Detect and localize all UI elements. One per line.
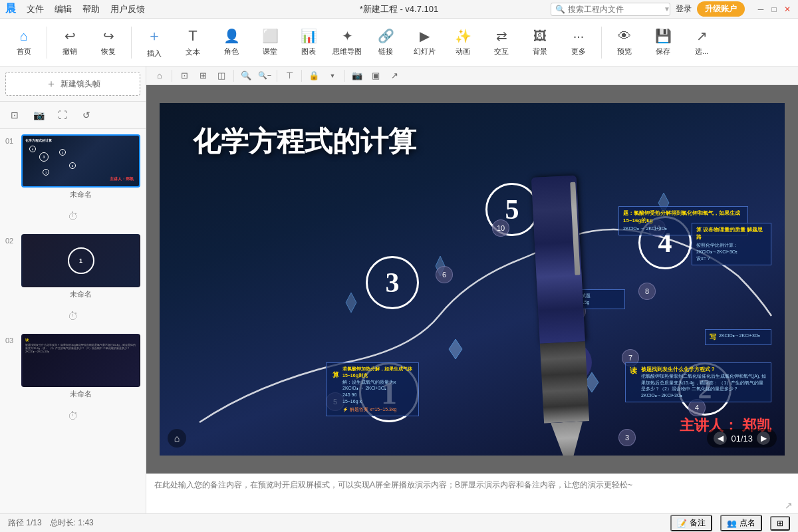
more-status-button[interactable]: ⊞ [770,516,790,531]
close-button[interactable]: ✕ [782,4,793,15]
toolbar-character-label: 角色 [224,47,239,57]
thumb-circle-3: 3 [39,152,49,162]
toolbar-text[interactable]: T 文本 [174,21,211,64]
upgrade-button[interactable]: 升级账户 [697,1,745,17]
toolbar-save[interactable]: 💾 保存 [644,21,682,64]
canvas-sep-1 [172,70,172,82]
slide-page-display: 01/13 [731,434,753,444]
chart-icon: 📊 [301,28,317,44]
login-button[interactable]: 登录 [676,3,692,15]
toolbar-preview[interactable]: 👁 预览 [606,21,643,64]
toolbar-background[interactable]: 🖼 背景 [521,21,559,64]
toolbar-mindmap[interactable]: ✦ 思维导图 [329,21,366,64]
left-calc-label: 算 [331,366,340,413]
menu-help[interactable]: 帮助 [82,3,100,15]
slide-prev-button[interactable]: ◀ [714,432,727,445]
divider-icon-02: ⏱ [68,311,78,323]
toolbar-save-label: 保存 [656,47,670,57]
canvas-export-btn[interactable]: ↗ [386,68,402,84]
thumb-circle-4: 4 [29,146,36,152]
toolbar-home[interactable]: ⌂ 首页 [5,21,43,64]
toolbar-preview-label: 预览 [617,47,632,57]
toolbar-sep-2 [131,27,132,59]
redo-icon: ↪ [103,28,114,44]
toolbar-classroom-label: 课堂 [263,47,277,57]
attendance-button[interactable]: 👥 点名 [720,515,762,531]
toolbar-insert[interactable]: ＋ 插入 [136,21,173,64]
search-box[interactable]: 🔍 ▼ [551,3,670,16]
app-title: *新建工程 - v4.7.101 [360,3,439,15]
sidebar: ＋ 新建镜头帧 ⊡ 📷 ⛶ ↺ 01 化学方程式的计算 3 [0,66,146,513]
search-input[interactable] [568,5,661,14]
copy-frame-button[interactable]: ⊡ [5,106,24,124]
canvas-align-btn[interactable]: ⊤ [281,68,297,84]
menu-edit[interactable]: 编辑 [55,3,72,15]
read-question: 被题找到发生什么化学方程式？ [641,366,767,373]
save-icon: 💾 [655,28,672,44]
toolbar-character[interactable]: 👤 角色 [213,21,250,64]
frame-thumb-wrap-03[interactable]: 读 被题找到发生什么化学反应？ 如果加热10g氯化钾混合物若是氯气量不超过15.… [21,334,140,399]
notes-expand-button[interactable]: ↗ [785,500,793,511]
canvas-area: ⌂ ⊡ ⊞ ◫ 🔍 🔍− ⊤ 🔒 ▼ 📷 ▣ ↗ [146,66,798,513]
frame-thumb-02[interactable]: 1 [21,234,140,287]
canvas-zoom-out-btn[interactable]: 🔍− [257,68,273,84]
menu-file[interactable]: 文件 [27,3,44,15]
canvas-layer-btn[interactable]: ▣ [368,68,384,84]
frame-thumb-wrap-01[interactable]: 化学方程式的计算 3 4 5 2 1 主讲人：郑凯 未命名 [21,134,140,200]
toolbar-slideshow[interactable]: ▶ 幻灯片 [406,21,443,64]
attendance-icon: 👥 [727,519,737,528]
slideshow-icon: ▶ [420,28,430,44]
toolbar-chart[interactable]: 📊 图表 [290,21,327,64]
character-icon: 👤 [223,28,240,44]
toolbar-export[interactable]: ↗ 选... [683,21,720,64]
canvas-fit-btn[interactable]: ⊡ [176,68,192,84]
add-frame-button[interactable]: ＋ 新建镜头帧 [5,72,140,96]
more-icon: ··· [573,29,585,44]
toolbar-insert-label: 插入 [147,49,162,59]
slide-content: 化学方程式的计算 1 [160,103,785,456]
text-icon: T [188,27,197,45]
frame-thumb-03[interactable]: 读 被题找到发生什么化学反应？ 如果加热10g氯化钾混合物若是氯气量不超过15.… [21,334,140,387]
canvas-home-btn[interactable]: ⌂ [152,68,168,84]
menubar: 晨 文件 编辑 帮助 用户反馈 *新建工程 - v4.7.101 🔍 ▼ 登录 … [0,0,798,19]
toolbar-undo[interactable]: ↩ 撤销 [51,21,88,64]
notes-button[interactable]: 📝 备注 [670,515,712,531]
slide-home-button[interactable]: ⌂ [168,429,186,448]
toolbar-text-label: 文本 [186,47,200,57]
slide-canvas[interactable]: 化学方程式的计算 1 [146,85,798,473]
toolbar-interactive[interactable]: ⇄ 交互 [483,21,520,64]
minimize-button[interactable]: ─ [755,4,766,15]
statusbar: 路径 1/13 总时长: 1:43 📝 备注 👥 点名 ⊞ [0,513,798,532]
thumb-03-text: 被题找到发生什么化学反应？ 如果加热10g氯化钾混合物若是氯气量不超过15.4g… [25,343,136,354]
toolbar-classroom[interactable]: ⬜ 课堂 [251,21,289,64]
toolbar-link[interactable]: 🔗 链接 [367,21,404,64]
canvas-grid-btn[interactable]: ⊞ [195,68,211,84]
canvas-camera-btn[interactable]: 📷 [349,68,365,84]
page-info: 路径 1/13 [8,517,42,529]
toolbar-redo[interactable]: ↪ 恢复 [90,21,127,64]
search-dropdown-icon[interactable]: ▼ [664,5,670,13]
svg-marker-2 [346,293,356,313]
undo-frame-button[interactable]: ↺ [77,106,96,124]
maximize-button[interactable]: □ [769,4,779,15]
notes-textarea[interactable] [154,479,790,508]
camera-button[interactable]: 📷 [29,106,48,124]
canvas-zoom-in-btn[interactable]: 🔍 [238,68,254,84]
toolbar-more[interactable]: ··· 更多 [560,21,597,64]
frame-label-01: 未命名 [21,190,140,200]
slide-next-button[interactable]: ▶ [757,432,770,445]
fullscreen-button[interactable]: ⛶ [53,106,72,124]
frame-label-02: 未命名 [21,289,140,299]
canvas-lock-dropdown-btn[interactable]: ▼ [325,68,340,84]
info-box-read-inner: 读 被题找到发生什么化学方程式？ 把氯酸钾加热量取到二氧化锰催化后生成氯化钾和氧… [630,366,767,399]
menu-feedback[interactable]: 用户反馈 [110,3,145,15]
frame-item-03: 03 读 被题找到发生什么化学反应？ 如果加热10g氯化钾混合物若是氯气量不超过… [5,334,140,399]
mindmap-icon: ✦ [342,28,353,44]
toolbar-animation[interactable]: ✨ 动画 [444,21,481,64]
frame-thumb-wrap-02[interactable]: 1 未命名 [21,234,140,299]
frame-thumb-01[interactable]: 化学方程式的计算 3 4 5 2 1 主讲人：郑凯 [21,134,140,188]
canvas-lock-btn[interactable]: 🔒 [306,68,322,84]
canvas-split-btn[interactable]: ◫ [213,68,229,84]
frame-label-03: 未命名 [21,389,140,399]
frame-item-01: 01 化学方程式的计算 3 4 5 2 1 主讲人：郑凯 [5,134,140,200]
